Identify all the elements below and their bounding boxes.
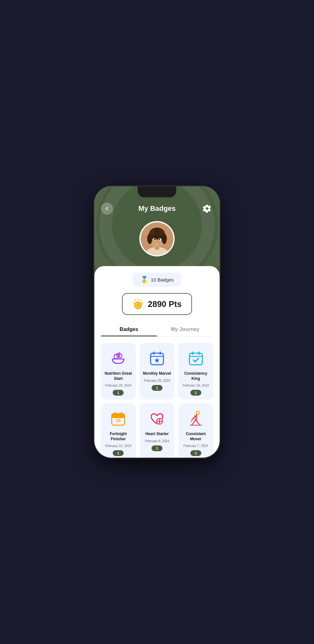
header-nav: My Badges — [94, 202, 220, 215]
badge-name-mover: Consistent Mover — [181, 432, 210, 442]
calendar-14-icon: 14 — [108, 408, 128, 429]
svg-point-9 — [154, 228, 160, 234]
page-title: My Badges — [138, 204, 176, 213]
badge-date-fortnight: February 12, 2024 — [105, 444, 131, 448]
badges-count-text: 10 Badges — [151, 277, 174, 282]
settings-button[interactable] — [201, 202, 213, 215]
badge-card-fortnight[interactable]: 14 Fortnight Finisher February 12, 2024 … — [101, 403, 136, 458]
svg-point-10 — [159, 229, 164, 235]
svg-marker-36 — [154, 358, 160, 363]
badge-name-monthly: Monthly Marvel — [143, 371, 171, 376]
calendar-check-icon — [186, 348, 206, 369]
svg-line-22 — [142, 302, 143, 303]
badge-card-heart[interactable]: Heart Starter February 8, 2024 1 — [140, 403, 175, 458]
svg-line-23 — [135, 300, 135, 301]
app-content: My Badges — [94, 186, 220, 458]
badge-date-nutrition: February 29, 2024 — [105, 384, 131, 387]
svg-rect-42 — [112, 414, 125, 418]
phone-frame: My Badges — [94, 186, 220, 458]
badge-date-heart: February 8, 2024 — [145, 439, 169, 443]
badge-name-consistency: Consistency King — [181, 371, 210, 381]
badge-card-mover[interactable]: Consistent Mover February 7, 2024 1 — [178, 403, 213, 458]
badge-count-mover: 1 — [190, 450, 201, 456]
badge-count-monthly: 1 — [152, 385, 162, 391]
svg-line-57 — [192, 423, 193, 425]
hiker-icon — [186, 408, 206, 429]
svg-line-56 — [196, 419, 198, 423]
points-icon — [132, 298, 144, 310]
badge-name-heart: Heart Starter — [145, 432, 169, 437]
tabs-container: Badges My Journey — [101, 323, 213, 336]
badge-date-consistency: February 18, 2024 — [183, 384, 209, 387]
nutrition-icon — [108, 348, 128, 369]
badge-count-nutrition: 1 — [113, 390, 124, 396]
tab-badges[interactable]: Badges — [101, 323, 157, 336]
badge-card-monthly[interactable]: Monthly Marvel February 28, 2024 1 — [140, 343, 175, 399]
avatar-image — [141, 222, 173, 255]
heart-plus-icon — [147, 408, 167, 429]
avatar — [139, 221, 175, 256]
badge-name-fortnight: Fortnight Finisher — [104, 432, 133, 442]
svg-text:14: 14 — [116, 418, 121, 423]
badge-name-nutrition: Nutrition Great Start — [104, 371, 133, 381]
avatar-container — [139, 221, 175, 256]
badge-count-fortnight: 1 — [113, 450, 124, 456]
calendar-star-icon — [147, 348, 167, 369]
points-value: 2890 Pts — [148, 299, 182, 309]
badge-date-monthly: February 28, 2024 — [144, 379, 170, 382]
header-background: My Badges — [94, 186, 220, 276]
svg-line-55 — [193, 419, 196, 423]
svg-point-17 — [156, 241, 158, 242]
back-button[interactable] — [101, 202, 113, 215]
svg-line-24 — [133, 302, 134, 303]
badge-grid: Nutrition Great Start February 29, 2024 … — [101, 343, 213, 458]
svg-point-16 — [159, 239, 160, 239]
badge-date-mover: February 7, 2024 — [184, 444, 208, 448]
phone-screen: My Badges — [94, 186, 220, 458]
main-card: 🥇 10 Badges — [94, 266, 220, 458]
badges-count-pill: 🥇 10 Badges — [133, 273, 182, 287]
badge-card-consistency[interactable]: Consistency King February 18, 2024 1 — [178, 343, 213, 399]
svg-line-21 — [141, 300, 141, 301]
svg-point-19 — [160, 241, 163, 243]
svg-point-50 — [196, 411, 199, 415]
badge-card-nutrition[interactable]: Nutrition Great Start February 29, 2024 … — [101, 343, 136, 399]
tab-journey[interactable]: My Journey — [157, 323, 213, 336]
badge-count-consistency: 1 — [190, 390, 201, 396]
svg-point-18 — [151, 241, 154, 243]
badge-count-heart: 1 — [152, 445, 162, 451]
svg-rect-37 — [189, 353, 202, 365]
medal-icon: 🥇 — [140, 276, 148, 283]
svg-line-58 — [198, 423, 200, 425]
notch — [138, 186, 176, 197]
svg-line-54 — [191, 419, 193, 421]
svg-point-13 — [154, 239, 155, 239]
points-box: 2890 Pts — [122, 293, 192, 315]
